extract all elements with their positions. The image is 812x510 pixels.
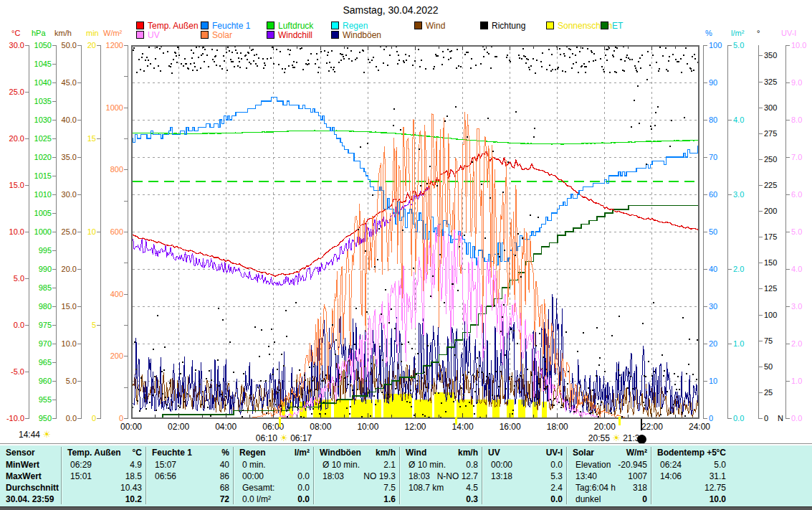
axis-header-wind: km/h: [54, 29, 72, 37]
axis-tick-label: 5.0: [51, 377, 77, 385]
legend-marker-icon: [331, 22, 339, 29]
table-row-label: 30.04. 23:59: [6, 494, 54, 505]
table-cell-value: 4.5: [403, 483, 478, 494]
axis-tick-label: 975: [26, 321, 52, 329]
table-cell-value: 2.1: [317, 460, 396, 471]
axis-header-rain: l/m²: [731, 29, 744, 37]
axis-tick-label: 40.0: [51, 115, 77, 124]
table-cell-value: 5.0: [654, 460, 726, 471]
axis-line-rain: [727, 45, 728, 419]
axis-tick-label: 960: [26, 377, 52, 385]
sunshine-bar: [313, 400, 331, 418]
legend-marker-icon: [331, 31, 339, 39]
axis-tick-label: 0: [70, 414, 96, 422]
legend-marker-icon: [480, 22, 488, 29]
axis-tick-label: 25.0: [0, 88, 24, 96]
table-cell-value: NO 19.3: [317, 471, 396, 482]
axis-line-direction: [758, 45, 759, 419]
legend-label: Richtung: [492, 21, 525, 31]
axis-header-pressure: hPa: [32, 29, 46, 37]
axis-header-direction: °: [757, 29, 760, 37]
legend-marker-icon: [267, 31, 274, 39]
axis-tick-label: 30: [709, 302, 737, 311]
axis-tick-label: 1035: [26, 97, 52, 105]
axis-tick-label: 0.0: [791, 414, 812, 422]
table-column-unit: W/m²: [570, 448, 647, 458]
axis-tick-label: 1010: [26, 190, 52, 199]
table-cell-value: 0.8: [403, 460, 478, 471]
legend-item-windb-en: Windböen: [331, 31, 381, 40]
table-cell-value: 0.0: [237, 471, 310, 482]
table-column-separator: [145, 447, 147, 504]
sunset-icon: ☀: [612, 433, 621, 443]
axis-tick-label: 3.0: [733, 190, 762, 199]
axis-tick-label: 70: [709, 153, 737, 161]
axis-tick-label: 1005: [26, 209, 52, 217]
series-windchill: [131, 188, 429, 286]
axis-tick-label: 2.0: [733, 265, 762, 273]
legend-marker-icon: [136, 22, 144, 29]
axis-tick-label: 5: [70, 321, 96, 329]
table-cell-value: 1007: [570, 471, 647, 482]
x-axis-label: 18:00: [540, 422, 575, 432]
table-column-separator: [313, 447, 315, 504]
legend-item-uv: UV: [136, 31, 160, 40]
table-cell-value: 318: [570, 483, 647, 494]
table-cell-value: 72: [149, 494, 229, 505]
sunrise-icon: ☀: [280, 433, 288, 443]
x-axis-label: 16:00: [492, 422, 528, 432]
axis-tick-label: 4.0: [733, 115, 762, 124]
axis-tick-label: 1050: [26, 41, 52, 49]
solar-max-axis-tick: [455, 417, 457, 425]
axis-header-uv: UV-I: [781, 29, 796, 37]
axis-tick-label: 800: [97, 165, 123, 174]
table-column-separator: [482, 447, 483, 504]
x-axis-label: 08:00: [302, 422, 338, 432]
axis-tick-label: 1.0: [733, 339, 762, 348]
x-axis-label: 02:00: [161, 422, 196, 432]
table-cell-value: 1.6: [317, 494, 396, 505]
legend-marker-icon: [267, 22, 274, 29]
legend-marker-icon: [201, 22, 209, 29]
legend-label: Windböen: [343, 30, 381, 40]
sunset-axis-tick: [618, 417, 621, 425]
axis-tick-label: 45.0: [51, 78, 77, 87]
axis-tick-label: 100: [764, 311, 793, 319]
table-column-unit: km/h: [317, 448, 396, 458]
axis-tick-label: 20: [70, 41, 96, 49]
x-axis-label: 20:00: [587, 422, 623, 432]
sunrise-time-1: 06:10: [256, 433, 277, 443]
axis-tick-label: 1200: [97, 41, 123, 49]
sunshine-bar: [542, 402, 547, 418]
axis-tick-label: 300: [764, 103, 793, 112]
legend-item-solar: Solar: [201, 31, 232, 40]
table-cell-value: 40: [149, 460, 229, 471]
axis-tick-label: 6.0: [791, 190, 812, 199]
x-axis-label: 12:00: [398, 422, 434, 432]
sunshine-bar: [414, 400, 432, 418]
series-solar: [251, 112, 627, 417]
axis-tick-label: 600: [97, 227, 123, 236]
axis-tick-label: 10.0: [0, 227, 24, 236]
axis-header-temp: °C: [11, 29, 20, 37]
page-title: Samstag, 30.04.2022: [0, 4, 781, 16]
x-axis-label: 10:00: [350, 422, 386, 432]
axis-tick-label: 9.0: [791, 78, 812, 87]
day-length-value: 14:44: [19, 430, 40, 440]
legend-marker-icon: [601, 22, 608, 29]
table-cell-value: N-NO 12.7: [403, 471, 478, 482]
axis-tick-label: 325: [764, 77, 793, 86]
axis-tick-label: 30.0: [0, 41, 24, 49]
table-cell-value: 31.1: [654, 471, 726, 482]
table-column-separator: [651, 447, 652, 504]
x-axis-label: 00:00: [113, 422, 149, 432]
legend-label: UV: [148, 30, 160, 40]
table-cell-value: 68: [149, 483, 229, 494]
axis-tick-label: 200: [764, 207, 793, 215]
axis-tick-label: 25: [764, 388, 793, 397]
axis-tick-label: 980: [26, 302, 52, 311]
legend-label: Solar: [212, 30, 232, 40]
table-cell-value: 4.9: [65, 460, 142, 471]
axis-tick-label: 1025: [26, 134, 52, 143]
legend-label: Temp. Außen: [148, 21, 199, 31]
